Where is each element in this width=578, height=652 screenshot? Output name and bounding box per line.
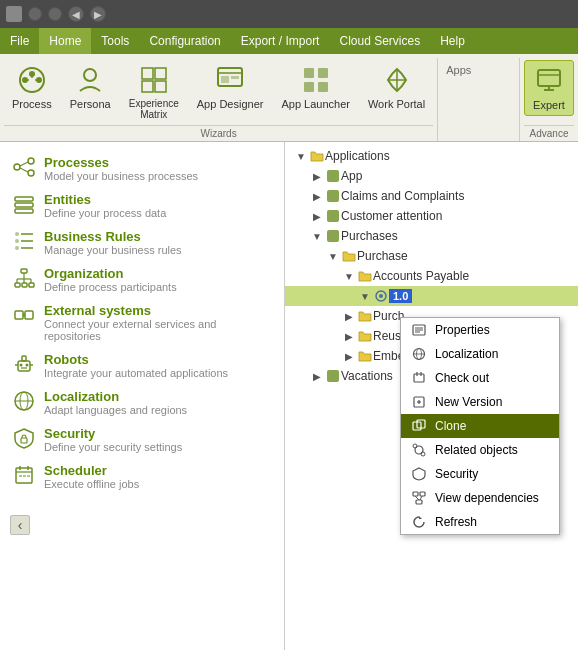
- ribbon-wizards-group: Process Persona: [0, 58, 438, 141]
- svg-line-29: [20, 162, 28, 166]
- security-desc: Define your security settings: [44, 441, 182, 453]
- nav-business-rules[interactable]: Business Rules Manage your business rule…: [0, 224, 284, 261]
- cube-icon-vacations: [325, 368, 341, 384]
- ctx-new-version-icon: [411, 394, 427, 410]
- menu-export-import[interactable]: Export / Import: [231, 28, 330, 54]
- expand-accounts-payable[interactable]: ▼: [341, 268, 357, 284]
- organization-desc: Define process participants: [44, 281, 177, 293]
- menu-cloud-services[interactable]: Cloud Services: [329, 28, 430, 54]
- ribbon-app-launcher-btn[interactable]: App Launcher: [273, 60, 358, 114]
- tree-applications[interactable]: ▼ Applications: [285, 146, 578, 166]
- nav-forward[interactable]: ▶: [90, 6, 106, 22]
- ctx-new-version[interactable]: New Version: [401, 390, 559, 414]
- tree-node-selected[interactable]: ▼ 1.0: [285, 286, 578, 306]
- menu-bar: File Home Tools Configuration Export / I…: [0, 28, 578, 54]
- ribbon-work-portal-btn[interactable]: Work Portal: [360, 60, 433, 114]
- tree-customer[interactable]: ▶ Customer attention: [285, 206, 578, 226]
- ctx-view-dependencies[interactable]: View dependencies: [401, 486, 559, 510]
- nav-scheduler[interactable]: Scheduler Execute offline jobs: [0, 458, 284, 495]
- menu-help[interactable]: Help: [430, 28, 475, 54]
- nav-processes[interactable]: Processes Model your business processes: [0, 150, 284, 187]
- tree-accounts-payable[interactable]: ▼ Accounts Payable: [285, 266, 578, 286]
- menu-file[interactable]: File: [0, 28, 39, 54]
- svg-rect-18: [304, 82, 314, 92]
- expand-app[interactable]: ▶: [309, 168, 325, 184]
- tree-app[interactable]: ▶ App: [285, 166, 578, 186]
- ribbon-experience-btn[interactable]: ExperienceMatrix: [121, 60, 187, 124]
- folder-icon-applications: [309, 148, 325, 164]
- tree-purchases[interactable]: ▼ Purchases: [285, 226, 578, 246]
- ribbon-expert-btn[interactable]: Expert: [524, 60, 574, 116]
- tree-node-selected-label: 1.0: [389, 289, 412, 303]
- ctx-checkout[interactable]: Check out: [401, 366, 559, 390]
- ribbon-apps-label: Apps: [446, 60, 511, 80]
- nav-robots[interactable]: Robots Integrate your automated applicat…: [0, 347, 284, 384]
- expand-node-selected[interactable]: ▼: [357, 288, 373, 304]
- menu-configuration[interactable]: Configuration: [139, 28, 230, 54]
- main-layout: Processes Model your business processes …: [0, 142, 578, 650]
- svg-rect-15: [231, 76, 239, 79]
- title-btn-1: [28, 7, 42, 21]
- tree-app-label: App: [341, 169, 362, 183]
- ribbon-process-btn[interactable]: Process: [4, 60, 60, 114]
- expert-icon: [533, 65, 565, 97]
- nav-back[interactable]: ◀: [68, 6, 84, 22]
- tree-claims[interactable]: ▶ Claims and Complaints: [285, 186, 578, 206]
- tree-purchase[interactable]: ▼ Purchase: [285, 246, 578, 266]
- svg-point-55: [20, 364, 23, 367]
- ctx-new-version-label: New Version: [435, 395, 502, 409]
- svg-line-97: [421, 452, 422, 453]
- external-systems-title: External systems: [44, 303, 272, 318]
- svg-rect-40: [21, 269, 27, 273]
- ribbon: Process Persona: [0, 54, 578, 142]
- ctx-properties[interactable]: Properties: [401, 318, 559, 342]
- scheduler-desc: Execute offline jobs: [44, 478, 139, 490]
- cube-icon-purchases: [325, 228, 341, 244]
- scheduler-title: Scheduler: [44, 463, 139, 478]
- expand-purchases[interactable]: ▼: [309, 228, 325, 244]
- ctx-clone[interactable]: Clone: [401, 414, 559, 438]
- expand-purch2[interactable]: ▶: [341, 308, 357, 324]
- ctx-clone-label: Clone: [435, 419, 466, 433]
- ctx-checkout-label: Check out: [435, 371, 489, 385]
- tree-accounts-label: Accounts Payable: [373, 269, 469, 283]
- expand-customer[interactable]: ▶: [309, 208, 325, 224]
- tree-purchases-label: Purchases: [341, 229, 398, 243]
- ctx-related-objects[interactable]: Related objects: [401, 438, 559, 462]
- ribbon-advance-label: Advance: [524, 125, 574, 141]
- svg-rect-10: [142, 81, 153, 92]
- entities-title: Entities: [44, 192, 166, 207]
- svg-rect-32: [15, 203, 33, 207]
- menu-tools[interactable]: Tools: [91, 28, 139, 54]
- expand-claims[interactable]: ▶: [309, 188, 325, 204]
- svg-rect-43: [29, 283, 34, 287]
- scheduler-content: Scheduler Execute offline jobs: [44, 463, 139, 490]
- ctx-deps-label: View dependencies: [435, 491, 539, 505]
- menu-home[interactable]: Home: [39, 28, 91, 54]
- svg-rect-99: [420, 492, 425, 496]
- nav-security[interactable]: Security Define your security settings: [0, 421, 284, 458]
- tree-applications-label: Applications: [325, 149, 390, 163]
- ctx-localization[interactable]: Localization: [401, 342, 559, 366]
- svg-point-34: [15, 232, 19, 236]
- svg-point-76: [379, 294, 383, 298]
- collapse-panel-btn[interactable]: ‹: [10, 515, 30, 535]
- nav-entities[interactable]: Entities Define your process data: [0, 187, 284, 224]
- title-bar: ◀ ▶: [0, 0, 578, 28]
- ribbon-persona-btn[interactable]: Persona: [62, 60, 119, 114]
- ctx-related-label: Related objects: [435, 443, 518, 457]
- expand-reusa[interactable]: ▶: [341, 328, 357, 344]
- ribbon-app-designer-btn[interactable]: App Designer: [189, 60, 272, 114]
- svg-rect-72: [327, 190, 339, 202]
- expand-vacations[interactable]: ▶: [309, 368, 325, 384]
- expand-embe[interactable]: ▶: [341, 348, 357, 364]
- expand-applications[interactable]: ▼: [293, 148, 309, 164]
- nav-localization[interactable]: Localization Adapt languages and regions: [0, 384, 284, 421]
- ctx-refresh[interactable]: Refresh: [401, 510, 559, 534]
- ctx-security[interactable]: Security: [401, 462, 559, 486]
- svg-rect-53: [18, 361, 30, 371]
- nav-external-systems[interactable]: External systems Connect your external s…: [0, 298, 284, 347]
- expand-purchase[interactable]: ▼: [325, 248, 341, 264]
- folder-icon-accounts: [357, 268, 373, 284]
- nav-organization[interactable]: Organization Define process participants: [0, 261, 284, 298]
